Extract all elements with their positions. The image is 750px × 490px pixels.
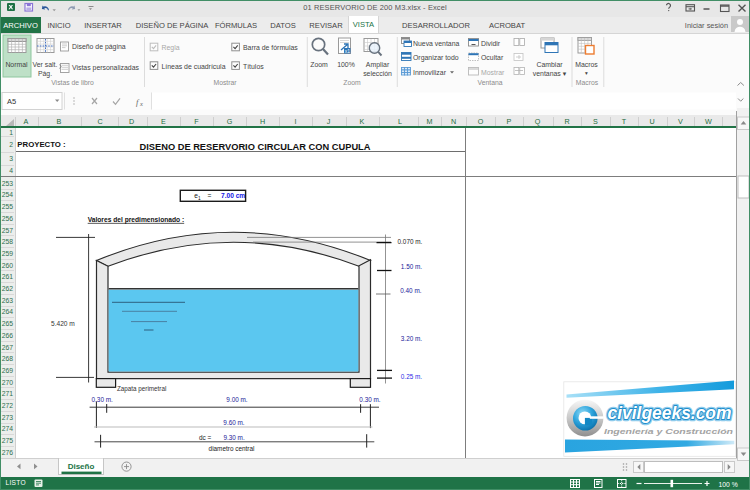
svg-text:3.20 m.: 3.20 m. — [401, 335, 423, 342]
svg-text:LISTO: LISTO — [6, 479, 26, 486]
svg-text:diametro central: diametro central — [209, 445, 255, 452]
svg-text:0.40 m.: 0.40 m. — [400, 287, 422, 294]
svg-text:1.50 m.: 1.50 m. — [401, 263, 423, 270]
svg-text:dc =: dc = — [199, 434, 212, 441]
svg-text:9.00 m.: 9.00 m. — [226, 396, 248, 403]
svg-text:0.25 m.: 0.25 m. — [401, 373, 423, 380]
svg-text:0.30 m.: 0.30 m. — [92, 396, 114, 403]
svg-text:Diseño: Diseño — [68, 462, 95, 471]
svg-text:1: 1 — [198, 196, 201, 201]
svg-text:PROYECTO :: PROYECTO : — [17, 140, 65, 149]
svg-text:100 %: 100 % — [719, 481, 738, 488]
svg-text:0.070 m.: 0.070 m. — [398, 238, 423, 245]
svg-text:9.30 m.: 9.30 m. — [223, 434, 245, 441]
svg-text:Zapata perimetral: Zapata perimetral — [117, 385, 166, 393]
svg-text:7.00 cm: 7.00 cm — [221, 192, 245, 199]
svg-text:=: = — [208, 192, 212, 199]
svg-text:civilgeeks.com: civilgeeks.com — [608, 402, 732, 423]
svg-text:Ingeniería y Construcción: Ingeniería y Construcción — [604, 427, 734, 436]
svg-text:5.420 m: 5.420 m — [51, 320, 75, 327]
svg-text:DISENO DE RESERVORIO CIRCULAR: DISENO DE RESERVORIO CIRCULAR CON CUPULA — [140, 141, 371, 152]
svg-text:9.60 m.: 9.60 m. — [223, 419, 245, 426]
svg-text:0.30 m.: 0.30 m. — [359, 396, 381, 403]
svg-text:Valores del predimensionado :: Valores del predimensionado : — [88, 216, 185, 224]
